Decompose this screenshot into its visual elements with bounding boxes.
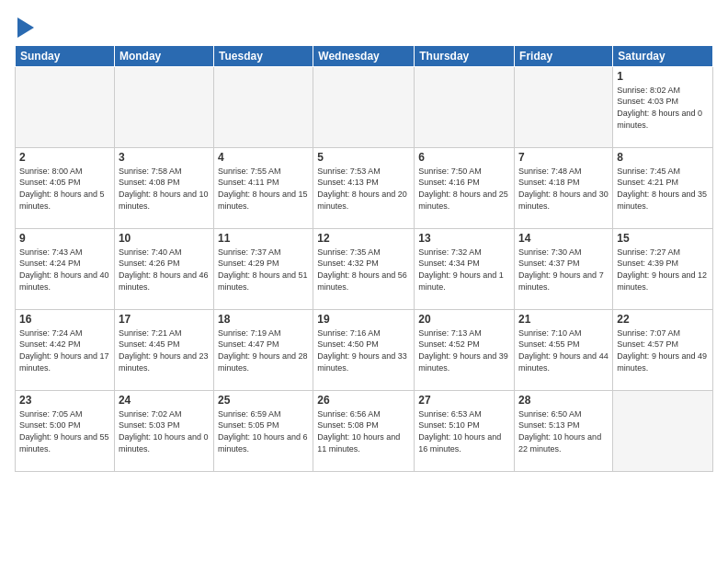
- day-info: Sunrise: 7:02 AM Sunset: 5:03 PM Dayligh…: [119, 408, 210, 454]
- day-number: 25: [218, 394, 309, 407]
- header: [15, 15, 713, 38]
- day-number: 20: [418, 313, 510, 326]
- day-cell: 19Sunrise: 7:16 AM Sunset: 4:50 PM Dayli…: [313, 309, 415, 390]
- day-info: Sunrise: 7:53 AM Sunset: 4:13 PM Dayligh…: [317, 166, 410, 212]
- day-number: 2: [19, 151, 110, 164]
- day-info: Sunrise: 7:27 AM Sunset: 4:39 PM Dayligh…: [617, 247, 709, 293]
- day-cell: 2Sunrise: 8:00 AM Sunset: 4:05 PM Daylig…: [16, 147, 115, 228]
- day-cell: 10Sunrise: 7:40 AM Sunset: 4:26 PM Dayli…: [114, 228, 213, 309]
- day-number: 15: [617, 232, 709, 245]
- day-cell: [415, 66, 515, 147]
- calendar-header: SundayMondayTuesdayWednesdayThursdayFrid…: [16, 45, 713, 66]
- day-cell: 13Sunrise: 7:32 AM Sunset: 4:34 PM Dayli…: [415, 228, 515, 309]
- day-cell: 3Sunrise: 7:58 AM Sunset: 4:08 PM Daylig…: [114, 147, 213, 228]
- day-info: Sunrise: 6:50 AM Sunset: 5:13 PM Dayligh…: [518, 408, 609, 454]
- day-info: Sunrise: 7:16 AM Sunset: 4:50 PM Dayligh…: [317, 327, 410, 373]
- week-row-2: 2Sunrise: 8:00 AM Sunset: 4:05 PM Daylig…: [16, 147, 713, 228]
- day-info: Sunrise: 6:56 AM Sunset: 5:08 PM Dayligh…: [317, 408, 410, 454]
- day-info: Sunrise: 7:21 AM Sunset: 4:45 PM Dayligh…: [119, 327, 210, 373]
- day-number: 12: [317, 232, 410, 245]
- day-info: Sunrise: 7:40 AM Sunset: 4:26 PM Dayligh…: [119, 247, 210, 293]
- day-cell: 4Sunrise: 7:55 AM Sunset: 4:11 PM Daylig…: [214, 147, 313, 228]
- calendar-body: 1Sunrise: 8:02 AM Sunset: 4:03 PM Daylig…: [16, 66, 713, 471]
- day-number: 3: [119, 151, 210, 164]
- calendar-container: SundayMondayTuesdayWednesdayThursdayFrid…: [0, 0, 728, 563]
- day-cell: 1Sunrise: 8:02 AM Sunset: 4:03 PM Daylig…: [613, 66, 713, 147]
- day-number: 28: [518, 394, 609, 407]
- header-cell-tuesday: Tuesday: [214, 45, 313, 66]
- day-number: 18: [218, 313, 309, 326]
- day-number: 4: [218, 151, 309, 164]
- day-number: 17: [119, 313, 210, 326]
- day-cell: 28Sunrise: 6:50 AM Sunset: 5:13 PM Dayli…: [515, 390, 613, 471]
- day-number: 24: [119, 394, 210, 407]
- day-cell: [515, 66, 613, 147]
- week-row-3: 9Sunrise: 7:43 AM Sunset: 4:24 PM Daylig…: [16, 228, 713, 309]
- day-number: 8: [617, 151, 709, 164]
- day-info: Sunrise: 7:32 AM Sunset: 4:34 PM Dayligh…: [418, 247, 510, 293]
- day-info: Sunrise: 7:24 AM Sunset: 4:42 PM Dayligh…: [19, 327, 110, 373]
- day-info: Sunrise: 7:48 AM Sunset: 4:18 PM Dayligh…: [518, 166, 609, 212]
- day-info: Sunrise: 7:43 AM Sunset: 4:24 PM Dayligh…: [19, 247, 110, 293]
- day-info: Sunrise: 7:35 AM Sunset: 4:32 PM Dayligh…: [317, 247, 410, 293]
- day-number: 13: [418, 232, 510, 245]
- day-info: Sunrise: 7:37 AM Sunset: 4:29 PM Dayligh…: [218, 247, 309, 293]
- day-cell: 14Sunrise: 7:30 AM Sunset: 4:37 PM Dayli…: [515, 228, 613, 309]
- day-info: Sunrise: 7:55 AM Sunset: 4:11 PM Dayligh…: [218, 166, 309, 212]
- header-cell-friday: Friday: [515, 45, 613, 66]
- logo: [15, 15, 34, 38]
- day-info: Sunrise: 7:13 AM Sunset: 4:52 PM Dayligh…: [418, 327, 510, 373]
- day-number: 19: [317, 313, 410, 326]
- day-number: 7: [518, 151, 609, 164]
- header-cell-sunday: Sunday: [16, 45, 115, 66]
- day-number: 6: [418, 151, 510, 164]
- day-cell: 21Sunrise: 7:10 AM Sunset: 4:55 PM Dayli…: [515, 309, 613, 390]
- day-info: Sunrise: 6:53 AM Sunset: 5:10 PM Dayligh…: [418, 408, 510, 454]
- day-cell: 25Sunrise: 6:59 AM Sunset: 5:05 PM Dayli…: [214, 390, 313, 471]
- header-cell-monday: Monday: [114, 45, 213, 66]
- day-number: 5: [317, 151, 410, 164]
- day-info: Sunrise: 8:00 AM Sunset: 4:05 PM Dayligh…: [19, 166, 110, 212]
- day-cell: [313, 66, 415, 147]
- day-info: Sunrise: 7:50 AM Sunset: 4:16 PM Dayligh…: [418, 166, 510, 212]
- day-cell: 26Sunrise: 6:56 AM Sunset: 5:08 PM Dayli…: [313, 390, 415, 471]
- day-cell: [214, 66, 313, 147]
- day-number: 1: [617, 70, 709, 83]
- day-number: 9: [19, 232, 110, 245]
- day-number: 27: [418, 394, 510, 407]
- week-row-5: 23Sunrise: 7:05 AM Sunset: 5:00 PM Dayli…: [16, 390, 713, 471]
- header-row: SundayMondayTuesdayWednesdayThursdayFrid…: [16, 45, 713, 66]
- day-number: 14: [518, 232, 609, 245]
- day-number: 21: [518, 313, 609, 326]
- day-cell: 8Sunrise: 7:45 AM Sunset: 4:21 PM Daylig…: [613, 147, 713, 228]
- day-cell: 24Sunrise: 7:02 AM Sunset: 5:03 PM Dayli…: [114, 390, 213, 471]
- calendar-table: SundayMondayTuesdayWednesdayThursdayFrid…: [15, 45, 713, 472]
- day-cell: 17Sunrise: 7:21 AM Sunset: 4:45 PM Dayli…: [114, 309, 213, 390]
- day-number: 11: [218, 232, 309, 245]
- day-info: Sunrise: 7:10 AM Sunset: 4:55 PM Dayligh…: [518, 327, 609, 373]
- day-info: Sunrise: 7:05 AM Sunset: 5:00 PM Dayligh…: [19, 408, 110, 454]
- day-cell: [16, 66, 115, 147]
- day-cell: 16Sunrise: 7:24 AM Sunset: 4:42 PM Dayli…: [16, 309, 115, 390]
- day-cell: 6Sunrise: 7:50 AM Sunset: 4:16 PM Daylig…: [415, 147, 515, 228]
- day-info: Sunrise: 7:58 AM Sunset: 4:08 PM Dayligh…: [119, 166, 210, 212]
- day-cell: 27Sunrise: 6:53 AM Sunset: 5:10 PM Dayli…: [415, 390, 515, 471]
- header-cell-wednesday: Wednesday: [313, 45, 415, 66]
- day-cell: 20Sunrise: 7:13 AM Sunset: 4:52 PM Dayli…: [415, 309, 515, 390]
- day-cell: 9Sunrise: 7:43 AM Sunset: 4:24 PM Daylig…: [16, 228, 115, 309]
- svg-marker-0: [17, 17, 34, 38]
- day-cell: 11Sunrise: 7:37 AM Sunset: 4:29 PM Dayli…: [214, 228, 313, 309]
- day-cell: 22Sunrise: 7:07 AM Sunset: 4:57 PM Dayli…: [613, 309, 713, 390]
- day-cell: [613, 390, 713, 471]
- day-info: Sunrise: 7:19 AM Sunset: 4:47 PM Dayligh…: [218, 327, 309, 373]
- day-info: Sunrise: 8:02 AM Sunset: 4:03 PM Dayligh…: [617, 85, 709, 131]
- day-info: Sunrise: 7:07 AM Sunset: 4:57 PM Dayligh…: [617, 327, 709, 373]
- day-cell: 23Sunrise: 7:05 AM Sunset: 5:00 PM Dayli…: [16, 390, 115, 471]
- header-cell-saturday: Saturday: [613, 45, 713, 66]
- day-cell: 18Sunrise: 7:19 AM Sunset: 4:47 PM Dayli…: [214, 309, 313, 390]
- week-row-1: 1Sunrise: 8:02 AM Sunset: 4:03 PM Daylig…: [16, 66, 713, 147]
- day-number: 23: [19, 394, 110, 407]
- day-info: Sunrise: 7:45 AM Sunset: 4:21 PM Dayligh…: [617, 166, 709, 212]
- week-row-4: 16Sunrise: 7:24 AM Sunset: 4:42 PM Dayli…: [16, 309, 713, 390]
- day-number: 16: [19, 313, 110, 326]
